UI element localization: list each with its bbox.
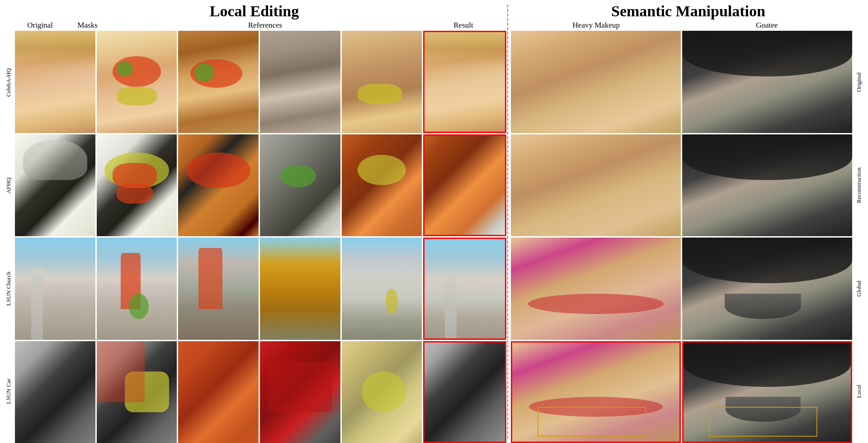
semantic-row-original	[511, 31, 852, 133]
afhq-mask	[97, 134, 177, 237]
row-car	[15, 341, 506, 443]
sem-original-makeup	[511, 31, 681, 133]
semantic-row-global	[511, 238, 852, 340]
afhq-result	[423, 134, 506, 237]
row-label-local: Local	[852, 340, 866, 443]
afhq-ref1-tiger	[178, 134, 259, 237]
sem-original-goatee	[682, 31, 852, 133]
afhq-ref3-fox	[342, 134, 422, 237]
sem-local-makeup	[511, 341, 681, 443]
celebahq-ref2	[260, 31, 340, 133]
church-original	[15, 238, 95, 340]
col-header-masks: Masks	[77, 21, 97, 30]
col-header-references: References	[110, 21, 420, 30]
col-header-heavy-makeup: Heavy Makeup	[511, 21, 682, 30]
row-label-afhq: AFHQ	[2, 134, 15, 237]
right-content-area: Original Reconstruction Global Local	[511, 31, 866, 443]
row-church	[15, 238, 506, 340]
celebahq-ref1	[178, 31, 259, 133]
row-label-global: Global	[852, 237, 866, 340]
church-ref3	[342, 238, 422, 340]
celebahq-ref3	[342, 31, 422, 133]
left-content-area: CelebA-HQ AFHQ LSUN Church LSUN Car	[2, 31, 506, 443]
church-ref2	[260, 238, 340, 340]
semantic-grid	[511, 31, 852, 443]
section-divider	[507, 5, 510, 438]
afhq-ref2-wolf	[260, 134, 340, 237]
col-header-original: Original	[27, 21, 53, 30]
church-mask	[97, 238, 177, 340]
page-container: Local Editing Original Masks References …	[0, 0, 868, 443]
local-grid	[15, 31, 506, 443]
sem-global-goatee	[682, 238, 852, 340]
row-label-celebahq: CelebA-HQ	[2, 31, 15, 134]
semantic-row-local	[511, 341, 852, 443]
afhq-original	[15, 134, 95, 237]
sem-global-makeup	[511, 238, 681, 340]
semantic-col-headers: Heavy Makeup Goatee	[511, 21, 866, 31]
church-ref1	[178, 238, 259, 340]
car-ref1	[178, 341, 259, 443]
semantic-manipulation-panel: Semantic Manipulation Heavy Makeup Goate…	[511, 0, 868, 443]
celebahq-mask	[97, 31, 177, 133]
row-afhq	[15, 134, 506, 237]
car-ref3	[342, 341, 422, 443]
church-result	[423, 238, 506, 340]
car-result	[423, 341, 506, 443]
row-label-lsun-car: LSUN Car	[2, 340, 15, 443]
celebahq-original	[15, 31, 95, 133]
col-header-result: Result	[420, 21, 506, 30]
row-celebahq	[15, 31, 506, 133]
sem-recon-makeup	[511, 134, 681, 237]
semantic-row-reconstruction	[511, 134, 852, 237]
sem-local-goatee	[682, 341, 852, 443]
row-labels-left: CelebA-HQ AFHQ LSUN Church LSUN Car	[2, 31, 15, 443]
row-label-original: Original	[852, 31, 866, 134]
local-col-headers: Original Masks References Result	[2, 21, 506, 31]
col-header-goatee: Goatee	[682, 21, 853, 30]
sem-recon-goatee	[682, 134, 852, 237]
row-label-reconstruction: Reconstruction	[852, 134, 866, 237]
row-label-lsun-church: LSUN Church	[2, 237, 15, 340]
car-ref2	[260, 341, 340, 443]
row-labels-right: Original Reconstruction Global Local	[852, 31, 866, 443]
car-original	[15, 341, 95, 443]
local-editing-panel: Local Editing Original Masks References …	[0, 0, 506, 443]
semantic-title: Semantic Manipulation	[511, 0, 866, 21]
car-mask	[97, 341, 177, 443]
local-editing-title: Local Editing	[2, 0, 506, 21]
celebahq-result	[423, 31, 506, 133]
